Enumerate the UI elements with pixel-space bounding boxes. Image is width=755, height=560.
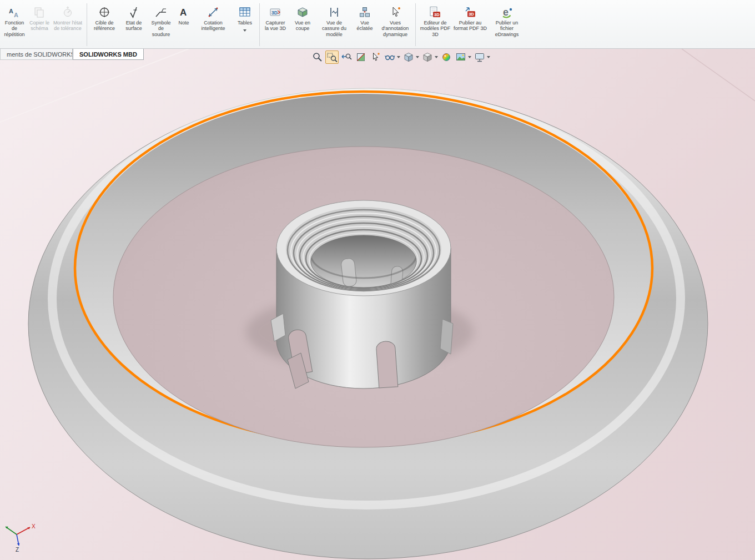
weld-symbol-icon bbox=[154, 4, 168, 19]
button-label: Capturer la vue 3D bbox=[263, 20, 288, 32]
weld-symbol-button[interactable]: Symbole de soudure bbox=[149, 1, 173, 48]
svg-text:A: A bbox=[180, 7, 187, 18]
exploded-view-button[interactable]: Vue éclatée bbox=[353, 1, 377, 48]
zoom-to-fit-icon[interactable] bbox=[311, 51, 324, 64]
triad-z-label: Z bbox=[16, 547, 19, 553]
button-label: Publier au format PDF 3D bbox=[454, 20, 487, 32]
smart-dimension-icon bbox=[207, 4, 220, 19]
edit-appearance-icon[interactable] bbox=[440, 51, 453, 64]
pattern-feature-icon: AA bbox=[8, 4, 21, 19]
pattern-feature-button[interactable]: AA Fonction de répétition bbox=[2, 1, 27, 48]
svg-text:3D: 3D bbox=[434, 12, 440, 17]
svg-text:A: A bbox=[14, 12, 18, 18]
background-plane-edge bbox=[682, 49, 755, 101]
capture-3d-view-icon: 3D bbox=[269, 4, 282, 19]
button-label: Montrer l'état de tolérance bbox=[52, 20, 83, 32]
section-view-icon bbox=[296, 4, 309, 19]
tolerance-status-button: Montrer l'état de tolérance bbox=[52, 1, 84, 48]
display-style-dropdown-arrow[interactable] bbox=[435, 56, 438, 58]
smart-dimension-button[interactable]: Cotation intelligente bbox=[194, 1, 232, 48]
section-view-icon[interactable] bbox=[354, 51, 368, 64]
boss-slot[interactable] bbox=[376, 341, 398, 388]
command-manager-toolbar: AA Fonction de répétition Copier le sché… bbox=[0, 0, 755, 49]
model-break-view-icon bbox=[328, 4, 341, 19]
display-style-icon[interactable] bbox=[421, 51, 434, 64]
view-orientation-dropdown-arrow[interactable] bbox=[416, 56, 419, 58]
solidworks-window: { "toolbar": { "groups": [ { "name": "an… bbox=[0, 0, 755, 560]
button-label: Vue en coupe bbox=[290, 20, 315, 32]
hide-show-items-icon[interactable] bbox=[383, 51, 396, 64]
button-label: Etat de surface bbox=[120, 20, 147, 32]
datum-target-button[interactable]: Cible de référence bbox=[90, 1, 119, 48]
apply-scene-icon[interactable] bbox=[454, 51, 467, 64]
orientation-triad: X Z bbox=[6, 523, 36, 553]
command-manager-tabs: ments de SOLIDWORKS SOLIDWORKS MBD bbox=[0, 49, 144, 60]
hide-show-items-dropdown-arrow[interactable] bbox=[397, 56, 400, 58]
view-orientation-icon[interactable] bbox=[402, 51, 415, 64]
dynamic-annotation-views-icon bbox=[389, 4, 402, 19]
tables-icon bbox=[238, 4, 251, 19]
graphics-viewport[interactable]: X Z bbox=[0, 49, 755, 560]
button-label: Vue de cassure du modèle bbox=[318, 20, 351, 37]
button-label: Vue éclatée bbox=[353, 20, 376, 32]
button-label: Editeur de modèles PDF 3D bbox=[419, 20, 451, 37]
previous-view-icon[interactable] bbox=[340, 51, 353, 64]
copy-scheme-button: Copier le schéma bbox=[28, 1, 51, 48]
note-button[interactable]: A Note bbox=[174, 1, 193, 48]
model-break-view-button[interactable]: Vue de cassure du modèle bbox=[317, 1, 351, 48]
button-label: Publier un fichier eDrawings bbox=[489, 20, 525, 37]
svg-text:3D: 3D bbox=[271, 9, 278, 15]
triad-x-label: X bbox=[32, 523, 36, 529]
apply-scene-dropdown-arrow[interactable] bbox=[468, 56, 471, 58]
publish-edrawings-button[interactable]: e Publier un fichier eDrawings bbox=[489, 1, 525, 48]
zoom-to-area-icon[interactable] bbox=[325, 51, 339, 64]
tables-button[interactable]: Tables bbox=[233, 1, 256, 48]
surface-finish-button[interactable]: Etat de surface bbox=[120, 1, 148, 48]
button-label: Note bbox=[178, 20, 189, 26]
dynamic-annotation-views-icon[interactable] bbox=[369, 51, 382, 64]
surface-finish-icon bbox=[127, 4, 140, 19]
tables-dropdown-arrow[interactable] bbox=[243, 29, 246, 32]
copy-scheme-icon bbox=[33, 4, 46, 19]
button-label: Tables bbox=[238, 20, 252, 26]
toolbar-separator bbox=[259, 3, 260, 46]
tab-label: ments de SOLIDWORKS bbox=[7, 51, 73, 58]
pdf3d-editor-button[interactable]: 3D Editeur de modèles PDF 3D bbox=[419, 1, 452, 48]
svg-text:3D: 3D bbox=[469, 12, 474, 17]
tab-label: SOLIDWORKS MBD bbox=[79, 51, 137, 58]
datum-target-icon bbox=[98, 4, 111, 19]
note-icon: A bbox=[177, 4, 190, 19]
button-label: Cible de référence bbox=[90, 20, 118, 32]
button-label: Fonction de répétition bbox=[2, 20, 27, 37]
exploded-view-icon bbox=[358, 4, 371, 19]
svg-text:e: e bbox=[503, 7, 509, 18]
view-settings-icon[interactable] bbox=[473, 51, 486, 64]
view-settings-dropdown-arrow[interactable] bbox=[487, 56, 490, 58]
button-label: Cotation intelligente bbox=[195, 20, 231, 32]
toolbar-separator bbox=[87, 3, 87, 46]
button-label: Copier le schéma bbox=[29, 20, 50, 32]
section-view-button[interactable]: Vue en coupe bbox=[289, 1, 316, 48]
pdf3d-editor-icon: 3D bbox=[429, 4, 442, 19]
svg-text:A: A bbox=[9, 8, 13, 14]
button-label: Symbole de soudure bbox=[149, 20, 173, 37]
toolbar-separator bbox=[415, 3, 416, 46]
tab-solidworks-mbd[interactable]: SOLIDWORKS MBD bbox=[73, 49, 144, 60]
tab-complements-solidworks[interactable]: ments de SOLIDWORKS bbox=[0, 49, 73, 60]
dynamic-annotation-views-button[interactable]: Vues d'annotation dynamique bbox=[378, 1, 412, 48]
tolerance-status-icon bbox=[61, 4, 74, 19]
edrawings-icon: e bbox=[500, 4, 514, 19]
publish-pdf3d-button[interactable]: 3D Publier au format PDF 3D bbox=[453, 1, 487, 48]
button-label: Vues d'annotation dynamique bbox=[379, 20, 412, 37]
heads-up-view-toolbar bbox=[311, 50, 491, 64]
capture-3d-view-button[interactable]: 3D Capturer la vue 3D bbox=[263, 1, 288, 48]
boss-lug[interactable] bbox=[440, 319, 453, 354]
publish-pdf3d-icon: 3D bbox=[464, 4, 477, 19]
model-viewport[interactable]: X Z bbox=[0, 49, 755, 560]
